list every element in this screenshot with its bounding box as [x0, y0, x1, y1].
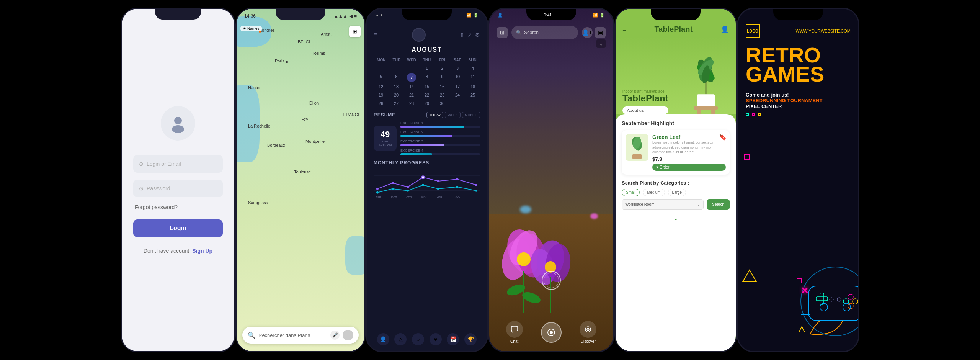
pill-medium[interactable]: Medium	[643, 189, 665, 196]
cal-day[interactable]	[374, 64, 388, 72]
email-field[interactable]: ⊙ Login or Email	[133, 155, 223, 173]
cal-day[interactable]: 13	[389, 83, 403, 90]
discover-button[interactable]: Discover	[580, 321, 596, 344]
time-display: 14:36	[244, 13, 256, 19]
cal-day[interactable]: 5	[374, 73, 388, 82]
nav-calendar[interactable]: 📅	[447, 333, 459, 345]
search-category-button[interactable]: Search	[707, 199, 730, 210]
svg-rect-49	[697, 94, 715, 107]
ar-scan-btn[interactable]: ▣	[595, 27, 606, 38]
pill-small[interactable]: Small	[622, 189, 640, 196]
svg-text:MAY: MAY	[421, 195, 427, 198]
settings-icon[interactable]: ⚙	[475, 32, 480, 38]
status-icons: 📶🔋	[466, 13, 479, 18]
tab-month[interactable]: MONTH	[462, 112, 480, 118]
cal-day[interactable]: 10	[450, 73, 465, 82]
cal-day[interactable]: 9	[435, 73, 449, 82]
pill-large[interactable]: Large	[668, 189, 686, 196]
svg-point-61	[848, 294, 853, 299]
email-placeholder: Login or Email	[147, 161, 181, 167]
user-avatar[interactable]	[412, 28, 426, 42]
cal-day[interactable]: 8	[420, 73, 434, 82]
cal-day[interactable]: 19	[374, 91, 388, 99]
exercise-4-label: EXCERCISE 4	[400, 149, 480, 152]
cal-day[interactable]: 15	[420, 83, 434, 90]
cal-day[interactable]: 20	[389, 91, 403, 99]
cal-day[interactable]: 30	[435, 100, 449, 107]
forgot-password-link[interactable]: Forgot password?	[135, 204, 178, 210]
cal-day[interactable]: 25	[466, 91, 480, 99]
cal-day[interactable]: 24	[450, 91, 465, 99]
person-icon[interactable]: 👤	[720, 25, 729, 34]
dropdown-btn[interactable]: ⌄	[596, 39, 606, 48]
ar-reticle[interactable]	[542, 271, 561, 290]
nav-triangle[interactable]: △	[394, 333, 407, 345]
bookmark-icon[interactable]: 🔖	[719, 133, 727, 141]
cal-day[interactable]: 29	[420, 100, 434, 107]
logo-box: LOGO	[746, 24, 760, 38]
map-search-bar[interactable]: 🔍 Rechercher dans Plans 🎤	[242, 327, 359, 344]
cal-day[interactable]: 12	[374, 83, 388, 90]
nav-search[interactable]: ○	[412, 333, 424, 345]
exercise-3: EXCERCISE 3	[400, 139, 480, 146]
cal-day[interactable]: 3	[450, 64, 465, 72]
svg-point-18	[475, 190, 477, 192]
france-label: FRANCE	[343, 112, 361, 117]
svg-point-14	[407, 190, 409, 192]
cal-day[interactable]: 26	[374, 100, 388, 107]
about-button[interactable]: About us	[622, 106, 668, 114]
tab-week[interactable]: WEEK	[445, 112, 461, 118]
event-venue: PIXEL CENTER	[746, 103, 851, 109]
cal-day[interactable]	[389, 64, 403, 72]
svg-point-6	[392, 182, 394, 184]
exercise-4-bar	[400, 153, 432, 155]
cal-day[interactable]: 28	[404, 100, 419, 107]
dijon-label: Dijon	[309, 101, 319, 105]
chat-button[interactable]: Chat	[506, 321, 523, 344]
cal-day[interactable]: 21	[404, 91, 419, 99]
order-button[interactable]: ♥ Order	[652, 164, 726, 171]
mic-icon[interactable]: 🎤	[330, 331, 340, 340]
ar-menu[interactable]: ⊞	[497, 27, 508, 38]
cal-day[interactable]: 27	[389, 100, 403, 107]
cal-day[interactable]	[404, 64, 419, 72]
nav-heart[interactable]: ♥	[430, 333, 442, 345]
cal-day[interactable]: 6	[389, 73, 403, 82]
cal-day[interactable]: 1	[420, 64, 434, 72]
cal-day[interactable]: 16	[435, 83, 449, 90]
add-person-btn[interactable]: 👤+	[582, 27, 593, 38]
menu-icon[interactable]: ≡	[374, 31, 378, 39]
website-url: WWW.YOURWEBSITE.COM	[796, 29, 851, 33]
password-field[interactable]: ⊙ Password	[133, 180, 223, 197]
cal-day[interactable]: 18	[466, 83, 480, 90]
tab-today[interactable]: TODAY	[426, 112, 443, 118]
cal-day[interactable]: 17	[450, 83, 465, 90]
cal-day[interactable]: 22	[420, 91, 434, 99]
event-info: Come and join us! SPEEDRUNNING TOURNAMEN…	[746, 90, 851, 109]
cal-day[interactable]: 2	[435, 64, 449, 72]
login-button[interactable]: Login	[133, 219, 223, 237]
send-icon[interactable]: ↗	[467, 32, 472, 38]
cal-day[interactable]: 11	[466, 73, 480, 82]
nav-person[interactable]: 👤	[377, 333, 389, 345]
cal-day-today[interactable]: 7	[407, 73, 416, 82]
svg-text:MAR: MAR	[391, 195, 397, 198]
cal-day[interactable]: 23	[435, 91, 449, 99]
signup-link[interactable]: Sign Up	[192, 248, 212, 254]
stats-box: 49 min >215 cal EXCERCISE 1 EXCERCISE 2	[374, 121, 480, 155]
svg-marker-73	[799, 327, 805, 332]
notch	[155, 9, 201, 20]
map-layers-btn[interactable]: ⊞	[349, 26, 361, 37]
cal-day[interactable]: 14	[404, 83, 419, 90]
user-avatar[interactable]	[343, 330, 353, 340]
room-type-dropdown[interactable]: Workplace Room ⌄	[622, 199, 704, 210]
cal-day[interactable]: 4	[466, 64, 480, 72]
glow-2	[590, 213, 598, 219]
search-bar[interactable]: 🔍 Search	[511, 26, 578, 39]
scroll-down-icon[interactable]: ⌄	[622, 214, 730, 222]
nav-trophy[interactable]: 🏆	[464, 333, 477, 345]
menu-icon[interactable]: ≡	[622, 25, 627, 33]
status-icons: 📶🔋	[593, 13, 605, 18]
share-icon[interactable]: ⬆	[460, 32, 464, 38]
center-action-button[interactable]	[541, 322, 562, 343]
